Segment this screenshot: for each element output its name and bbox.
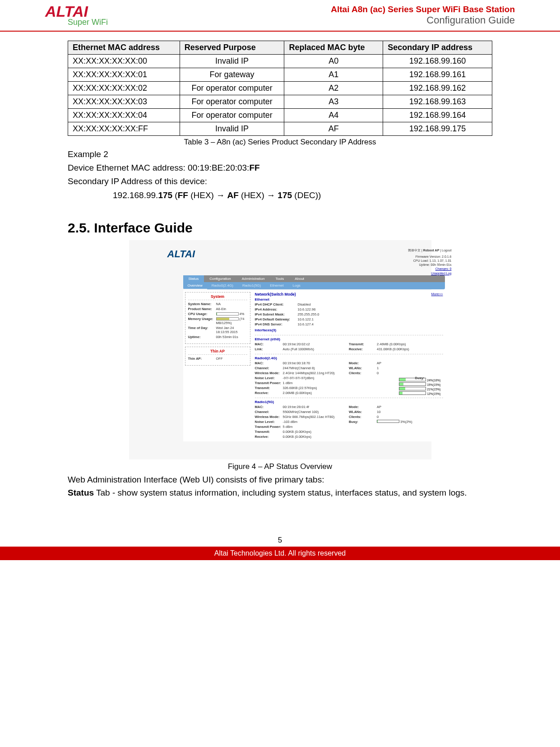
section-heading: 2.5. Interface Guide [68,220,492,236]
eth0-title: Ethernet (eth0) [255,335,443,341]
subtab-logs[interactable]: Logs [288,282,305,289]
table-row: XX:XX:XX:XX:XX:FFInvalid IPAF192.168.99.… [68,122,492,135]
example2-heading: Example 2 [68,148,492,161]
tab-admin[interactable]: Administration [236,275,270,282]
busy-bars: 24%(18%) 15%(15%) 21%(15%) 12%(15%) [399,378,440,396]
th-ip: Secondary IP address [383,41,492,54]
network-title: Network(Switch Mode) [255,292,296,297]
fig-sub-nav: OverviewRadio0(2.4G)Radio1(5G)EthernetLo… [183,282,445,289]
doc-title-line1: Altai A8n (ac) Series Super WiFi Base St… [331,5,515,14]
body-paragraph: Web Administration Interface (Web UI) co… [68,473,492,500]
table3-caption: Table 3 – A8n (ac) Series Product Second… [68,138,492,147]
more-link[interactable]: More>> [431,292,443,296]
lang-link[interactable]: 简体中文 [408,249,421,252]
fig-logo: ALTAI [167,248,195,260]
network-panel: Network(Switch Mode) More>> Ethernet IPv… [255,292,443,440]
example2-formula: 192.168.99.175 (FF (HEX) → AF (HEX) → 17… [113,189,492,202]
subtab-r24[interactable]: Radio0(2.4G) [207,282,238,289]
fig-sysinfo: Firmware Version: 2.0.1.6 CPU Load: 1.13… [408,255,451,275]
page-header: ALTAI Super WiFi Altai A8n (ac) Series S… [0,0,560,32]
table-secondary-ip: Ethernet MAC address Reserved Purpose Re… [68,41,492,136]
th-byte: Replaced MAC byte [284,41,383,54]
logo-area: ALTAI Super WiFi [45,5,108,27]
logout-link[interactable]: Logout [442,249,451,252]
table-row: XX:XX:XX:XX:XX:04For operator computerA4… [68,108,492,122]
tab-status[interactable]: Status [183,275,204,282]
interfaces-title: Interfaces(3) [255,328,443,332]
tab-tools[interactable]: Tools [270,275,289,282]
fig-main-nav: StatusConfigurationAdministrationToolsAb… [183,275,445,282]
example2-line2: Secondary IP Address of this device: [68,175,492,188]
th-mac: Ethernet MAC address [68,41,180,54]
subtab-overview[interactable]: Overview [183,282,207,289]
figure4-caption: Figure 4 – AP Status Overview [68,462,492,471]
example2-line1: Device Ethernet MAC address: 00:19:BE:20… [68,161,492,175]
logo-text: ALTAI [45,5,108,19]
fig-topbar: 简体中文 | Reboot AP | Logout Firmware Versi… [408,248,451,275]
unapplied-link[interactable]: Unapplied Log [431,272,451,275]
changes-link[interactable]: Changes: 0 [435,267,452,270]
footer-bar: Altai Technologies Ltd. All rights reser… [0,547,560,560]
doc-title-line2: Configuration Guide [331,14,515,26]
thinap-panel: Thin AP Thin AP:OFF [185,347,250,366]
header-title: Altai A8n (ac) Series Super WiFi Base St… [331,5,515,26]
figure-ap-status: ALTAI 简体中文 | Reboot AP | Logout Firmware… [129,240,431,459]
page-number: 5 [0,536,560,545]
ethernet-subtitle: Ethernet [255,297,443,302]
table-row: XX:XX:XX:XX:XX:02For operator computerA2… [68,81,492,95]
tab-about[interactable]: About [289,275,310,282]
th-purpose: Reserved Purpose [180,41,284,54]
reboot-link[interactable]: Reboot AP [423,249,440,252]
system-panel-title: System [188,294,247,300]
logo-subtitle: Super WiFi [68,18,108,27]
radio5-title: Radio1(5G) [255,398,443,404]
tab-config[interactable]: Configuration [204,275,236,282]
subtab-r5[interactable]: Radio1(5G) [238,282,265,289]
table-row: XX:XX:XX:XX:XX:03For operator computerA3… [68,95,492,108]
thinap-panel-title: Thin AP [188,349,247,355]
example2: Example 2 Device Ethernet MAC address: 0… [68,148,492,203]
table-row: XX:XX:XX:XX:XX:00Invalid IPA0192.168.99.… [68,54,492,68]
radio24-title: Radio0(2.4G) [255,354,443,360]
system-panel: System System Name:NA Product Name:A8-Ei… [185,292,250,344]
table-row: XX:XX:XX:XX:XX:01For gatewayA1192.168.99… [68,68,492,81]
subtab-eth[interactable]: Ethernet [265,282,288,289]
